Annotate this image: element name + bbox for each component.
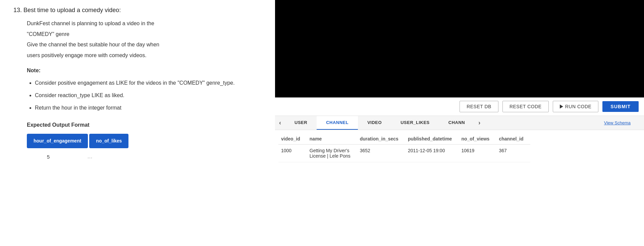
play-icon xyxy=(560,105,563,109)
col-header-video-id: video_id xyxy=(278,133,307,145)
table-cell-video_id: 1000 xyxy=(278,145,307,162)
table-cell-name: Getting My Driver's License | Lele Pons xyxy=(307,145,357,162)
table-cell-published_datetime: 2011-12-05 19:00 xyxy=(405,145,459,162)
table-section: ‹ USER CHANNEL VIDEO USER_LIKES CHANN › … xyxy=(275,116,644,246)
data-table: video_id name duration_in_secs published… xyxy=(278,133,530,162)
bullet-list: Consider positive engagement as LIKE for… xyxy=(27,78,262,113)
tab-user[interactable]: USER xyxy=(285,116,317,130)
toolbar: RESET DB RESET CODE RUN CODE SUBMIT xyxy=(275,97,644,116)
col-header-name: name xyxy=(307,133,357,145)
note-heading: Note: xyxy=(27,66,262,75)
col-header-published: published_datetime xyxy=(405,133,459,145)
table-header-row: video_id name duration_in_secs published… xyxy=(278,133,530,145)
table-row: 1000Getting My Driver's License | Lele P… xyxy=(278,145,530,162)
bullet-item-1: Consider positive engagement as LIKE for… xyxy=(35,78,262,87)
tab-next-button[interactable]: › xyxy=(474,116,484,130)
submit-button[interactable]: SUBMIT xyxy=(602,101,639,112)
left-panel: 13. Best time to upload a comedy video: … xyxy=(0,0,275,246)
output-col-likes: no_of_likes xyxy=(89,134,128,148)
output-values: 5 ... xyxy=(27,152,262,162)
table-cell-no_of_views: 10619 xyxy=(459,145,496,162)
table-cell-duration_in_secs: 3652 xyxy=(357,145,405,162)
question-body: DunkFest channel is planning to upload a… xyxy=(27,19,262,162)
tab-chann[interactable]: CHANN xyxy=(439,116,474,130)
bullet-item-2: Consider reaction_type LIKE as liked. xyxy=(35,91,262,100)
tab-prev-button[interactable]: ‹ xyxy=(275,116,285,130)
data-table-wrapper: video_id name duration_in_secs published… xyxy=(275,130,644,162)
table-cell-channel_id: 367 xyxy=(496,145,530,162)
reset-db-button[interactable]: RESET DB xyxy=(460,101,498,112)
bullet-item-3: Return the hour in the integer format xyxy=(35,103,262,112)
description-line3: Give the channel the best suitable hour … xyxy=(27,40,262,49)
right-panel: RESET DB RESET CODE RUN CODE SUBMIT ‹ US… xyxy=(275,0,644,246)
output-val-hour: 5 xyxy=(28,152,68,162)
output-columns: hour_of_engagement no_of_likes xyxy=(27,134,262,148)
run-code-label: RUN CODE xyxy=(565,104,592,109)
description-line1: DunkFest channel is planning to upload a… xyxy=(27,19,262,28)
output-val-dots: ... xyxy=(70,152,110,162)
description-line2: "COMEDY" genre xyxy=(27,30,262,39)
run-code-button[interactable]: RUN CODE xyxy=(553,101,599,112)
reset-code-button[interactable]: RESET CODE xyxy=(502,101,549,112)
col-header-duration: duration_in_secs xyxy=(357,133,405,145)
code-editor[interactable] xyxy=(275,0,644,97)
output-col-hour: hour_of_engagement xyxy=(27,134,88,148)
col-header-views: no_of_views xyxy=(459,133,496,145)
tab-channel[interactable]: CHANNEL xyxy=(317,116,358,130)
col-header-channel-id: channel_id xyxy=(496,133,530,145)
expected-output-heading: Expected Output Format xyxy=(27,121,262,129)
description-line4: users positively engage more with comedy… xyxy=(27,51,262,60)
tab-video[interactable]: VIDEO xyxy=(358,116,391,130)
question-number: 13. Best time to upload a comedy video: xyxy=(13,7,262,14)
view-schema-link[interactable]: View Schema xyxy=(604,120,631,125)
tab-bar: ‹ USER CHANNEL VIDEO USER_LIKES CHANN › … xyxy=(275,116,644,130)
tab-user-likes[interactable]: USER_LIKES xyxy=(391,116,439,130)
